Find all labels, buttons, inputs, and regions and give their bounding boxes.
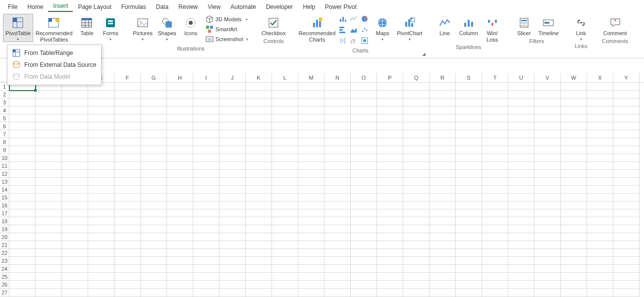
cell[interactable] — [36, 130, 62, 138]
cell[interactable] — [167, 217, 193, 225]
cell[interactable] — [535, 91, 561, 99]
cell[interactable] — [429, 233, 456, 241]
cell[interactable] — [429, 154, 456, 162]
cell[interactable] — [377, 249, 403, 257]
cell[interactable] — [403, 146, 429, 154]
cell[interactable] — [167, 114, 193, 122]
cell[interactable] — [613, 122, 640, 130]
cell[interactable] — [88, 91, 114, 99]
cell[interactable] — [403, 83, 429, 91]
cell[interactable] — [36, 225, 62, 233]
pictures-button[interactable]: Pictures ▾ — [130, 14, 155, 42]
cell[interactable] — [298, 138, 324, 146]
cell[interactable] — [9, 249, 36, 257]
cell[interactable] — [167, 249, 193, 257]
cell[interactable] — [351, 233, 377, 241]
cell[interactable] — [141, 217, 167, 225]
cell[interactable] — [193, 225, 219, 233]
cell[interactable] — [429, 281, 456, 289]
cell[interactable] — [377, 91, 403, 99]
cell[interactable] — [167, 138, 193, 146]
cell[interactable] — [193, 99, 219, 106]
cell[interactable] — [167, 146, 193, 154]
cell[interactable] — [167, 91, 193, 99]
cell[interactable] — [377, 83, 403, 91]
cell[interactable] — [613, 265, 640, 273]
cell[interactable] — [36, 201, 62, 209]
cell[interactable] — [272, 225, 298, 233]
cell[interactable] — [9, 273, 36, 281]
cell[interactable] — [587, 217, 613, 225]
area-chart-button[interactable] — [349, 25, 358, 34]
cell[interactable] — [9, 241, 36, 249]
cell[interactable] — [561, 289, 587, 297]
row-header[interactable]: 11 — [0, 162, 9, 170]
cell[interactable] — [403, 130, 429, 138]
cell[interactable] — [62, 217, 88, 225]
cell[interactable] — [613, 154, 640, 162]
cell[interactable] — [613, 241, 640, 249]
cell[interactable] — [193, 209, 219, 217]
cell[interactable] — [482, 138, 508, 146]
cell[interactable] — [351, 178, 377, 186]
cell[interactable] — [429, 201, 456, 209]
cell[interactable] — [9, 265, 36, 273]
cell[interactable] — [429, 249, 456, 257]
cell[interactable] — [219, 91, 246, 99]
cell[interactable] — [141, 225, 167, 233]
cell[interactable] — [429, 122, 456, 130]
cell[interactable] — [377, 106, 403, 114]
cell[interactable] — [246, 162, 272, 170]
cell[interactable] — [351, 273, 377, 281]
cell[interactable] — [141, 178, 167, 186]
cell[interactable] — [482, 265, 508, 273]
cell[interactable] — [561, 281, 587, 289]
cell[interactable] — [535, 233, 561, 241]
cell[interactable] — [613, 225, 640, 233]
cell[interactable] — [508, 99, 535, 106]
cell[interactable] — [351, 281, 377, 289]
cell[interactable] — [429, 91, 456, 99]
cell[interactable] — [219, 225, 246, 233]
cell[interactable] — [298, 186, 324, 194]
cell[interactable] — [88, 178, 114, 186]
cell[interactable] — [62, 146, 88, 154]
cell[interactable] — [88, 130, 114, 138]
cell[interactable] — [167, 178, 193, 186]
cell[interactable] — [403, 257, 429, 265]
cell[interactable] — [272, 233, 298, 241]
cell[interactable] — [482, 225, 508, 233]
spreadsheet-grid[interactable]: BCDEFGHIJKLMNOPQRSTUVWXY 123456789101112… — [0, 73, 644, 297]
cell[interactable] — [482, 99, 508, 106]
cell[interactable] — [377, 114, 403, 122]
cell[interactable] — [351, 241, 377, 249]
cell[interactable] — [246, 209, 272, 217]
cell[interactable] — [561, 91, 587, 99]
cell[interactable] — [298, 194, 324, 201]
cell[interactable] — [508, 209, 535, 217]
cell[interactable] — [508, 162, 535, 170]
cell[interactable] — [377, 162, 403, 170]
cell[interactable] — [88, 162, 114, 170]
cell[interactable] — [613, 281, 640, 289]
cell[interactable] — [88, 194, 114, 201]
cell[interactable] — [377, 233, 403, 241]
cell[interactable] — [298, 106, 324, 114]
column-header[interactable]: N — [324, 73, 351, 82]
cell[interactable] — [587, 106, 613, 114]
cell[interactable] — [508, 106, 535, 114]
cell[interactable] — [88, 273, 114, 281]
cell[interactable] — [246, 83, 272, 91]
cell[interactable] — [114, 146, 141, 154]
cell[interactable] — [377, 99, 403, 106]
cell[interactable] — [456, 130, 482, 138]
cell[interactable] — [403, 106, 429, 114]
cell[interactable] — [246, 225, 272, 233]
tab-automate[interactable]: Automate — [225, 1, 261, 12]
cell[interactable] — [351, 138, 377, 146]
cell[interactable] — [324, 241, 351, 249]
cell[interactable] — [141, 130, 167, 138]
cell[interactable] — [114, 233, 141, 241]
cell[interactable] — [88, 225, 114, 233]
cell[interactable] — [482, 201, 508, 209]
